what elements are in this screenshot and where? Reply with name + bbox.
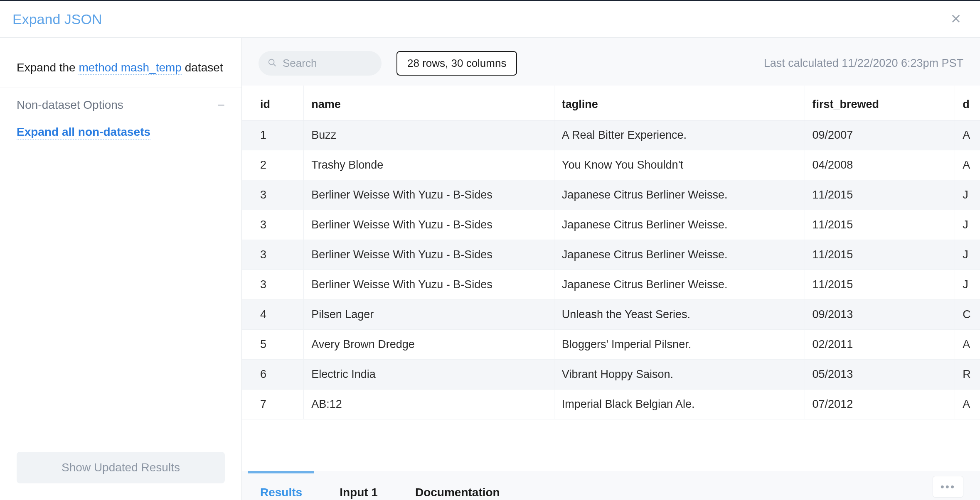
table-row[interactable]: 3Berliner Weisse With Yuzu - B-SidesJapa… bbox=[242, 240, 980, 270]
cell-tagline: Japanese Citrus Berliner Weisse. bbox=[554, 240, 805, 270]
column-header-d[interactable]: d bbox=[955, 86, 980, 120]
cell-name: Trashy Blonde bbox=[304, 150, 554, 180]
table-row[interactable]: 3Berliner Weisse With Yuzu - B-SidesJapa… bbox=[242, 270, 980, 300]
cell-first-brewed: 09/2013 bbox=[805, 300, 955, 330]
cell-d: J bbox=[955, 210, 980, 240]
section-header[interactable]: Non-dataset Options − bbox=[17, 98, 225, 112]
cell-tagline: Japanese Citrus Berliner Weisse. bbox=[554, 270, 805, 300]
expand-all-link[interactable]: Expand all non-datasets bbox=[17, 125, 150, 140]
cell-id: 4 bbox=[242, 300, 304, 330]
sidebar-footer: Show Updated Results bbox=[0, 442, 241, 500]
tab-documentation[interactable]: Documentation bbox=[415, 486, 500, 499]
cell-first-brewed: 11/2015 bbox=[805, 240, 955, 270]
show-updated-results-button[interactable]: Show Updated Results bbox=[17, 452, 225, 483]
cell-first-brewed: 11/2015 bbox=[805, 270, 955, 300]
cell-name: Berliner Weisse With Yuzu - B-Sides bbox=[304, 270, 554, 300]
tabs: ResultsInput 1Documentation bbox=[248, 473, 512, 500]
cell-tagline: Bloggers' Imperial Pilsner. bbox=[554, 330, 805, 360]
more-menu-button[interactable]: ••• bbox=[933, 476, 963, 498]
cell-tagline: Imperial Black Belgian Ale. bbox=[554, 390, 805, 419]
cell-tagline: You Know You Shouldn't bbox=[554, 150, 805, 180]
cell-id: 3 bbox=[242, 210, 304, 240]
table-row[interactable]: 2Trashy BlondeYou Know You Shouldn't04/2… bbox=[242, 150, 980, 180]
dataset-link[interactable]: method mash_temp bbox=[79, 61, 181, 75]
row-column-count: 28 rows, 30 columns bbox=[396, 51, 517, 76]
cell-first-brewed: 11/2015 bbox=[805, 210, 955, 240]
cell-id: 2 bbox=[242, 150, 304, 180]
cell-first-brewed: 11/2015 bbox=[805, 180, 955, 210]
expand-sentence: Expand the method mash_temp dataset bbox=[17, 58, 225, 78]
search-input[interactable] bbox=[259, 51, 382, 76]
main-toolbar: 28 rows, 30 columns Last calculated 11/2… bbox=[242, 38, 980, 86]
cell-first-brewed: 04/2008 bbox=[805, 150, 955, 180]
cell-d: A bbox=[955, 150, 980, 180]
table-row[interactable]: 7AB:12Imperial Black Belgian Ale.07/2012… bbox=[242, 390, 980, 419]
table-row[interactable]: 3Berliner Weisse With Yuzu - B-SidesJapa… bbox=[242, 210, 980, 240]
tab-results[interactable]: Results bbox=[260, 486, 302, 499]
cell-id: 5 bbox=[242, 330, 304, 360]
cell-tagline: Japanese Citrus Berliner Weisse. bbox=[554, 180, 805, 210]
modal-header: Expand JSON bbox=[0, 1, 980, 38]
cell-name: Buzz bbox=[304, 120, 554, 150]
table-row[interactable]: 1BuzzA Real Bitter Experience.09/2007A bbox=[242, 120, 980, 150]
cell-tagline: Vibrant Hoppy Saison. bbox=[554, 360, 805, 390]
tabs-row: ResultsInput 1Documentation ••• bbox=[242, 473, 980, 500]
section-body: Expand all non-datasets bbox=[17, 112, 225, 140]
ellipsis-icon: ••• bbox=[941, 480, 955, 493]
cell-d: J bbox=[955, 180, 980, 210]
table-header-row: id name tagline first_brewed d bbox=[242, 86, 980, 120]
cell-first-brewed: 09/2007 bbox=[805, 120, 955, 150]
sidebar-spacer bbox=[0, 145, 241, 442]
column-header-tagline[interactable]: tagline bbox=[554, 86, 805, 120]
cell-id: 3 bbox=[242, 240, 304, 270]
main-panel: 28 rows, 30 columns Last calculated 11/2… bbox=[242, 38, 980, 500]
cell-d: R bbox=[955, 360, 980, 390]
cell-name: Berliner Weisse With Yuzu - B-Sides bbox=[304, 180, 554, 210]
cell-name: AB:12 bbox=[304, 390, 554, 419]
modal-root: Expand JSON Expand the method mash_temp … bbox=[0, 0, 980, 500]
table-row[interactable]: 6Electric IndiaVibrant Hoppy Saison.05/2… bbox=[242, 360, 980, 390]
cell-d: A bbox=[955, 330, 980, 360]
cell-name: Pilsen Lager bbox=[304, 300, 554, 330]
column-header-first-brewed[interactable]: first_brewed bbox=[805, 86, 955, 120]
cell-d: A bbox=[955, 120, 980, 150]
nondataset-options-section: Non-dataset Options − Expand all non-dat… bbox=[0, 88, 241, 145]
cell-first-brewed: 07/2012 bbox=[805, 390, 955, 419]
results-table-wrap[interactable]: id name tagline first_brewed d 1BuzzA Re… bbox=[242, 86, 980, 471]
cell-name: Avery Brown Dredge bbox=[304, 330, 554, 360]
cell-id: 3 bbox=[242, 270, 304, 300]
tab-input-1[interactable]: Input 1 bbox=[340, 486, 378, 499]
sidebar: Expand the method mash_temp dataset Non-… bbox=[0, 38, 242, 500]
expand-prefix: Expand the bbox=[17, 61, 79, 74]
cell-id: 3 bbox=[242, 180, 304, 210]
cell-d: J bbox=[955, 270, 980, 300]
cell-id: 6 bbox=[242, 360, 304, 390]
column-header-id[interactable]: id bbox=[242, 86, 304, 120]
cell-id: 1 bbox=[242, 120, 304, 150]
table-row[interactable]: 5Avery Brown DredgeBloggers' Imperial Pi… bbox=[242, 330, 980, 360]
table-row[interactable]: 3Berliner Weisse With Yuzu - B-SidesJapa… bbox=[242, 180, 980, 210]
modal-body: Expand the method mash_temp dataset Non-… bbox=[0, 38, 980, 500]
collapse-icon: − bbox=[217, 98, 225, 112]
cell-d: J bbox=[955, 240, 980, 270]
modal-title: Expand JSON bbox=[12, 11, 102, 27]
close-icon bbox=[950, 13, 962, 26]
cell-first-brewed: 05/2013 bbox=[805, 360, 955, 390]
cell-name: Berliner Weisse With Yuzu - B-Sides bbox=[304, 240, 554, 270]
cell-id: 7 bbox=[242, 390, 304, 419]
cell-first-brewed: 02/2011 bbox=[805, 330, 955, 360]
cell-tagline: Japanese Citrus Berliner Weisse. bbox=[554, 210, 805, 240]
cell-name: Berliner Weisse With Yuzu - B-Sides bbox=[304, 210, 554, 240]
cell-d: A bbox=[955, 390, 980, 419]
cell-tagline: A Real Bitter Experience. bbox=[554, 120, 805, 150]
search-wrapper bbox=[259, 51, 382, 76]
expand-suffix: dataset bbox=[182, 61, 223, 74]
results-table: id name tagline first_brewed d 1BuzzA Re… bbox=[242, 86, 980, 419]
section-title: Non-dataset Options bbox=[17, 98, 123, 112]
table-row[interactable]: 4Pilsen LagerUnleash the Yeast Series.09… bbox=[242, 300, 980, 330]
sidebar-description: Expand the method mash_temp dataset bbox=[0, 38, 241, 88]
cell-d: C bbox=[955, 300, 980, 330]
last-calculated-text: Last calculated 11/22/2020 6:23pm PST bbox=[764, 57, 963, 70]
column-header-name[interactable]: name bbox=[304, 86, 554, 120]
close-button[interactable] bbox=[948, 12, 963, 27]
